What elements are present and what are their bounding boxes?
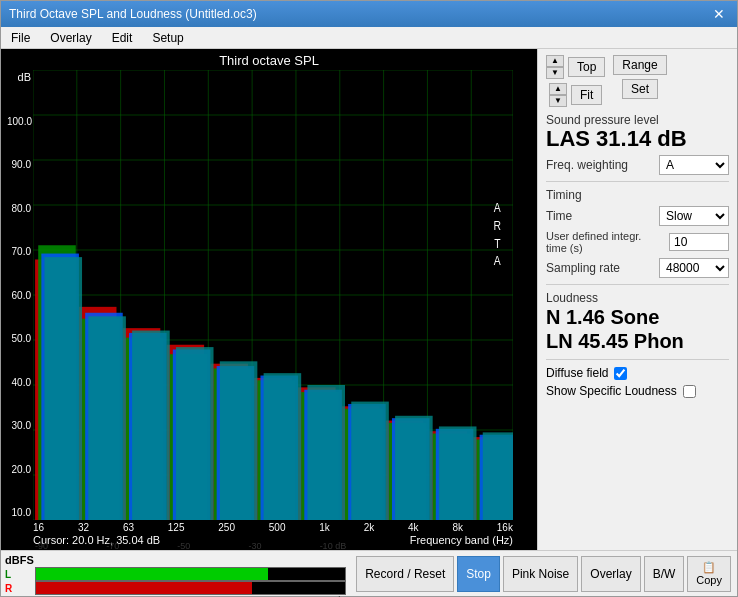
diffuse-field-row: Diffuse field xyxy=(546,366,729,380)
menu-setup[interactable]: Setup xyxy=(146,29,189,47)
sidebar: ▲ ▼ Top ▲ ▼ Fit Range xyxy=(537,49,737,550)
spl-section: Sound pressure level LAS 31.14 dB Freq. … xyxy=(546,113,729,182)
fit-button[interactable]: Fit xyxy=(571,85,602,105)
overlay-button[interactable]: Overlay xyxy=(581,556,640,592)
top-up-btn[interactable]: ▲ xyxy=(546,55,564,67)
chart-svg: A R T A xyxy=(33,70,513,520)
range-button[interactable]: Range xyxy=(613,55,666,75)
fit-up-btn[interactable]: ▲ xyxy=(549,83,567,95)
R-label: R xyxy=(5,583,33,594)
user-defined-input[interactable] xyxy=(669,233,729,251)
bw-button[interactable]: B/W xyxy=(644,556,685,592)
L-label: L xyxy=(5,569,33,580)
main-window: Third Octave SPL and Loudness (Untitled.… xyxy=(0,0,738,597)
fit-row: ▲ ▼ Fit xyxy=(549,83,602,107)
time-select[interactable]: Fast Slow Impulse xyxy=(659,206,729,226)
svg-rect-65 xyxy=(395,416,433,520)
y-label-30: 30.0 xyxy=(7,421,31,431)
L-meter xyxy=(35,567,346,581)
y-label-20: 20.0 xyxy=(7,465,31,475)
level-row-labels: dBFS -90 -70 -50 -30 -10 dB xyxy=(5,553,346,567)
menu-file[interactable]: File xyxy=(5,29,36,47)
spl-value: LAS 31.14 dB xyxy=(546,127,729,151)
checkboxes-area: Diffuse field Show Specific Loudness xyxy=(546,366,729,398)
timing-label: Timing xyxy=(546,188,729,202)
chart-container: dB 100.0 90.0 80.0 70.0 60.0 50.0 40.0 3… xyxy=(5,70,533,520)
L-bar xyxy=(36,568,268,580)
range-set-group: Range Set xyxy=(613,55,666,99)
svg-text:A: A xyxy=(494,255,501,268)
fit-down-btn[interactable]: ▼ xyxy=(549,95,567,107)
copy-label: Copy xyxy=(696,574,722,586)
x-label-4k: 4k xyxy=(408,522,419,533)
top-fit-row: ▲ ▼ Top xyxy=(546,55,605,79)
menu-edit[interactable]: Edit xyxy=(106,29,139,47)
x-label-125: 125 xyxy=(168,522,185,533)
y-label-50: 50.0 xyxy=(7,334,31,344)
show-specific-checkbox[interactable] xyxy=(683,385,696,398)
svg-rect-57 xyxy=(44,257,82,520)
y-label-10: 10.0 xyxy=(7,508,31,518)
show-specific-label: Show Specific Loudness xyxy=(546,384,677,398)
svg-rect-64 xyxy=(351,402,389,520)
svg-rect-67 xyxy=(483,432,513,520)
top-spin: ▲ ▼ xyxy=(546,55,564,79)
x-label-32: 32 xyxy=(78,522,89,533)
svg-text:R: R xyxy=(494,219,502,232)
tick-m50: -50 xyxy=(177,541,190,551)
menu-overlay[interactable]: Overlay xyxy=(44,29,97,47)
x-axis-title: Frequency band (Hz) xyxy=(410,534,513,546)
time-label: Time xyxy=(546,209,655,223)
show-specific-row: Show Specific Loudness xyxy=(546,384,729,398)
copy-button[interactable]: 📋 Copy xyxy=(687,556,731,592)
x-label-1k: 1k xyxy=(319,522,330,533)
dbfs-label: dBFS xyxy=(5,554,33,566)
loudness-label: Loudness xyxy=(546,291,729,305)
svg-text:A: A xyxy=(494,201,501,214)
x-label-8k: 8k xyxy=(452,522,463,533)
tick-m90: -90 xyxy=(35,541,48,551)
y-label-40: 40.0 xyxy=(7,378,31,388)
x-label-16: 16 xyxy=(33,522,44,533)
x-label-250: 250 xyxy=(218,522,235,533)
R-bar xyxy=(36,582,252,594)
x-label-63: 63 xyxy=(123,522,134,533)
y-label-90: 90.0 xyxy=(7,160,31,170)
record-reset-button[interactable]: Record / Reset xyxy=(356,556,454,592)
diffuse-field-checkbox[interactable] xyxy=(614,367,627,380)
range-row: Range xyxy=(613,55,666,75)
svg-rect-62 xyxy=(264,373,302,520)
svg-rect-59 xyxy=(132,331,170,520)
set-button[interactable]: Set xyxy=(622,79,658,99)
chart-area: Third octave SPL dB 100.0 90.0 80.0 70.0… xyxy=(1,49,537,550)
x-label-2k: 2k xyxy=(364,522,375,533)
level-R-row: R xyxy=(5,581,346,595)
sampling-rate-select[interactable]: 44100 48000 96000 xyxy=(659,258,729,278)
set-row: Set xyxy=(622,79,658,99)
y-unit: dB xyxy=(7,72,31,83)
x-label-500: 500 xyxy=(269,522,286,533)
sampling-rate-row: Sampling rate 44100 48000 96000 xyxy=(546,258,729,278)
top-range-area: ▲ ▼ Top ▲ ▼ Fit Range xyxy=(546,55,729,107)
top-down-btn[interactable]: ▼ xyxy=(546,67,564,79)
freq-weighting-label: Freq. weighting xyxy=(546,158,655,172)
user-defined-label: User defined integr. time (s) xyxy=(546,230,665,254)
n-value: N 1.46 Sone xyxy=(546,305,729,329)
tick-m70: -70 xyxy=(106,541,119,551)
sampling-rate-label: Sampling rate xyxy=(546,261,655,275)
menu-bar: File Overlay Edit Setup xyxy=(1,27,737,49)
action-buttons: Record / Reset Stop Pink Noise Overlay B… xyxy=(350,551,737,596)
pink-noise-button[interactable]: Pink Noise xyxy=(503,556,578,592)
freq-weighting-select[interactable]: A B C Z xyxy=(659,155,729,175)
R-meter xyxy=(35,581,346,595)
top-button[interactable]: Top xyxy=(568,57,605,77)
spl-section-label: Sound pressure level xyxy=(546,113,729,127)
svg-rect-66 xyxy=(439,426,477,520)
chart-svg-wrapper: A R T A xyxy=(33,70,513,520)
stop-button[interactable]: Stop xyxy=(457,556,500,592)
close-button[interactable]: ✕ xyxy=(709,6,729,22)
ln-value: LN 45.45 Phon xyxy=(546,329,729,353)
y-label-70: 70.0 xyxy=(7,247,31,257)
timing-section: Timing Time Fast Slow Impulse User defin… xyxy=(546,188,729,285)
content-area: Third octave SPL dB 100.0 90.0 80.0 70.0… xyxy=(1,49,737,550)
